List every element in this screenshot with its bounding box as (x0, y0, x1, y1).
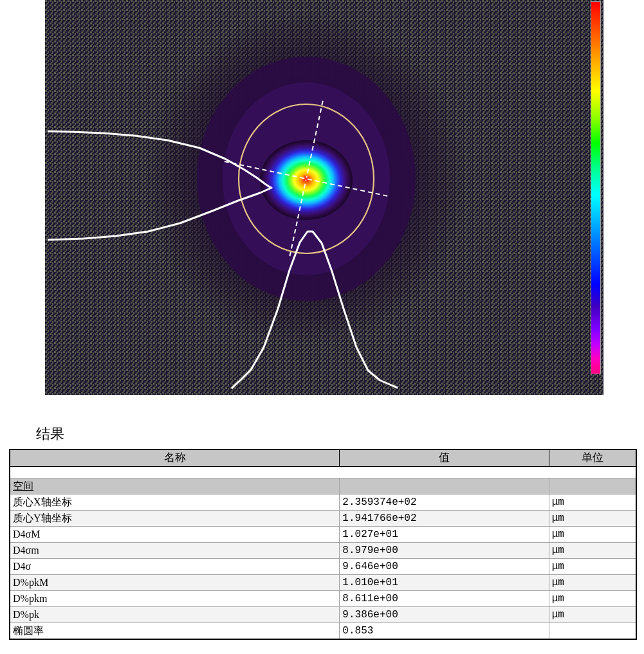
results-title: 结果 (36, 424, 638, 444)
cell-name: D%pkM (10, 574, 340, 590)
cell-name: D%pkm (10, 590, 340, 606)
cell-value: 8.979e+00 (340, 542, 549, 558)
cell-value: 8.611e+00 (340, 590, 549, 606)
cell-unit: μm (549, 526, 636, 542)
table-row: D4σM 1.027e+01 μm (10, 526, 636, 542)
beam-profile-svg (45, 0, 603, 395)
results-header-row: 名称 值 单位 (10, 450, 636, 466)
cell-unit: μm (549, 590, 636, 606)
cell-name: D4σ (10, 558, 340, 574)
cell-unit: μm (549, 574, 636, 590)
section-header-row: 空间 (10, 478, 636, 494)
cell-name: D%pk (10, 606, 340, 622)
results-header-unit: 单位 (549, 450, 636, 466)
table-row: D4σm 8.979e+00 μm (10, 542, 636, 558)
table-row: 椭圆率 0.853 (10, 622, 636, 639)
cell-unit (549, 622, 636, 639)
cell-unit: μm (549, 510, 636, 526)
cell-unit: μm (549, 542, 636, 558)
cell-value: 1.027e+01 (340, 526, 549, 542)
results-header-value: 值 (340, 450, 549, 466)
intensity-colorbar (591, 1, 601, 374)
results-header-name: 名称 (10, 450, 340, 466)
beam-profile-figure (45, 0, 603, 395)
cell-name: 质心X轴坐标 (10, 494, 340, 510)
cell-name: 质心Y轴坐标 (10, 510, 340, 526)
cell-unit: μm (549, 494, 636, 510)
cell-value: 1.941766e+02 (340, 510, 549, 526)
table-row: D%pk 9.386e+00 μm (10, 606, 636, 622)
cell-name: D4σm (10, 542, 340, 558)
cell-value: 0.853 (340, 622, 549, 639)
section-header-cell: 空间 (10, 478, 340, 494)
results-table: 名称 值 单位 空间 质心X轴坐标 2.359374e+02 μm (9, 449, 637, 640)
table-row: D%pkM 1.010e+01 μm (10, 574, 636, 590)
table-row: D%pkm 8.611e+00 μm (10, 590, 636, 606)
cell-unit: μm (549, 558, 636, 574)
cell-value: 1.010e+01 (340, 574, 549, 590)
cell-unit: μm (549, 606, 636, 622)
table-row: 质心X轴坐标 2.359374e+02 μm (10, 494, 636, 510)
cell-value: 9.386e+00 (340, 606, 549, 622)
cell-name: D4σM (10, 526, 340, 542)
table-row: D4σ 9.646e+00 μm (10, 558, 636, 574)
results-section: 结果 名称 值 单位 空间 质心X轴坐标 (6, 424, 638, 640)
spacer-row (10, 466, 636, 478)
cell-value: 9.646e+00 (340, 558, 549, 574)
cell-name: 椭圆率 (10, 622, 340, 639)
cell-value: 2.359374e+02 (340, 494, 549, 510)
table-row: 质心Y轴坐标 1.941766e+02 μm (10, 510, 636, 526)
